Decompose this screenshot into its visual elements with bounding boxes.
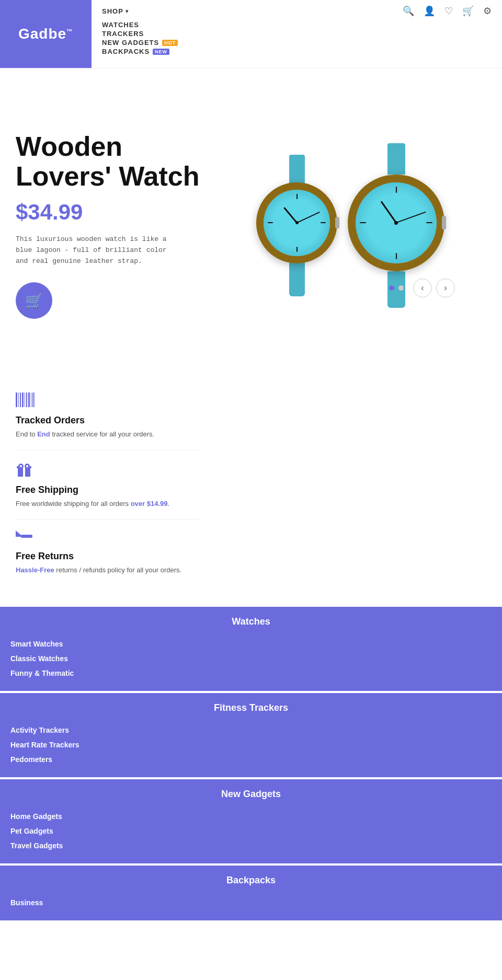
feature-free-returns: Free Returns Hassle-Free returns / refun… bbox=[16, 520, 199, 586]
category-backpacks: Backpacks Business bbox=[0, 866, 502, 920]
tracked-orders-desc: End to End tracked service for all your … bbox=[16, 429, 199, 440]
svg-rect-5 bbox=[26, 393, 27, 407]
svg-rect-18 bbox=[21, 535, 32, 538]
cart-icon[interactable]: 🛒 bbox=[462, 5, 474, 17]
logo-tm: ™ bbox=[66, 28, 73, 35]
hero-image: ‹ › bbox=[214, 143, 486, 308]
logo: Gadbe™ bbox=[18, 26, 73, 42]
barcode-icon bbox=[16, 393, 199, 411]
nav-top: SHOP ▾ 🔍 👤 ♡ 🛒 ⚙ bbox=[102, 5, 492, 17]
carousel-prev-button[interactable]: ‹ bbox=[413, 279, 432, 297]
category-gadgets-title: New Gadgets bbox=[0, 779, 502, 807]
feature-free-shipping: Free Shipping Free worldwide shipping fo… bbox=[16, 451, 199, 520]
gadgets-item-travel[interactable]: Travel Gadgets bbox=[10, 838, 492, 853]
return-arrow-icon bbox=[16, 530, 199, 547]
dot-2[interactable] bbox=[398, 285, 404, 291]
watches-item-classic[interactable]: Classic Watches bbox=[10, 651, 492, 666]
svg-rect-6 bbox=[28, 393, 30, 407]
shop-label[interactable]: SHOP ▾ bbox=[102, 7, 129, 15]
nav-link-trackers[interactable]: TRACKERS bbox=[102, 30, 492, 38]
add-to-cart-button[interactable]: 🛒 bbox=[16, 282, 52, 319]
header: Gadbe™ SHOP ▾ 🔍 👤 ♡ 🛒 ⚙ WATCHES TRACKERS… bbox=[0, 0, 502, 68]
svg-rect-0 bbox=[16, 393, 17, 407]
nav-link-backpacks[interactable]: BACKPACKS NEW bbox=[102, 48, 492, 55]
hero-title: Wooden Lovers' Watch bbox=[16, 132, 214, 191]
hero-text: Wooden Lovers' Watch $34.99 This luxurio… bbox=[16, 132, 214, 319]
svg-rect-9 bbox=[34, 393, 35, 407]
feature-tracked-orders: Tracked Orders End to End tracked servic… bbox=[16, 382, 199, 451]
free-shipping-desc: Free worldwide shipping for all orders o… bbox=[16, 499, 199, 509]
watches-item-smart[interactable]: Smart Watches bbox=[10, 637, 492, 651]
svg-rect-3 bbox=[22, 393, 24, 407]
features-section: Tracked Orders End to End tracked servic… bbox=[0, 372, 502, 607]
gift-icon bbox=[16, 461, 199, 480]
svg-point-16 bbox=[26, 465, 28, 467]
dot-1[interactable] bbox=[389, 285, 394, 291]
fitness-item-pedometers[interactable]: Pedometers bbox=[10, 752, 492, 767]
heart-icon[interactable]: ♡ bbox=[444, 5, 453, 17]
category-watches-items: Smart Watches Classic Watches Funny & Th… bbox=[0, 635, 502, 691]
hero-description: This luxurious wooden watch is like a bl… bbox=[16, 234, 173, 267]
settings-icon[interactable]: ⚙ bbox=[483, 5, 492, 17]
cart-button-icon: 🛒 bbox=[25, 292, 43, 309]
svg-rect-7 bbox=[31, 393, 31, 407]
free-shipping-title: Free Shipping bbox=[16, 485, 199, 495]
backpacks-item-business[interactable]: Business bbox=[10, 895, 492, 910]
svg-rect-12 bbox=[23, 466, 25, 477]
svg-point-15 bbox=[20, 465, 22, 467]
chevron-down-icon: ▾ bbox=[126, 8, 129, 14]
category-new-gadgets: New Gadgets Home Gadgets Pet Gadgets Tra… bbox=[0, 779, 502, 863]
category-fitness-title: Fitness Trackers bbox=[0, 693, 502, 721]
category-watches: Watches Smart Watches Classic Watches Fu… bbox=[0, 607, 502, 691]
nav-link-new-gadgets[interactable]: NEW GADGETS HOT bbox=[102, 39, 492, 47]
search-icon[interactable]: 🔍 bbox=[403, 5, 414, 17]
user-icon[interactable]: 👤 bbox=[424, 5, 435, 17]
free-returns-desc: Hassle-Free returns / refunds policy for… bbox=[16, 565, 199, 575]
nav-area: SHOP ▾ 🔍 👤 ♡ 🛒 ⚙ WATCHES TRACKERS NEW GA… bbox=[92, 0, 502, 68]
hot-badge: HOT bbox=[162, 40, 178, 46]
nav-icons: 🔍 👤 ♡ 🛒 ⚙ bbox=[403, 5, 492, 17]
category-gadgets-items: Home Gadgets Pet Gadgets Travel Gadgets bbox=[0, 807, 502, 863]
free-returns-title: Free Returns bbox=[16, 551, 199, 562]
category-fitness-trackers: Fitness Trackers Activity Trackers Heart… bbox=[0, 693, 502, 777]
gadgets-item-home[interactable]: Home Gadgets bbox=[10, 809, 492, 824]
fitness-item-heart-rate[interactable]: Heart Rate Trackers bbox=[10, 737, 492, 752]
category-backpacks-items: Business bbox=[0, 893, 502, 920]
carousel-controls: ‹ › bbox=[389, 279, 455, 297]
svg-rect-4 bbox=[25, 393, 25, 407]
watch-left bbox=[256, 155, 337, 296]
categories-area: Watches Smart Watches Classic Watches Fu… bbox=[0, 607, 502, 923]
tracked-orders-title: Tracked Orders bbox=[16, 415, 199, 426]
svg-rect-2 bbox=[20, 393, 21, 407]
logo-area: Gadbe™ bbox=[0, 0, 92, 68]
new-badge: NEW bbox=[153, 49, 169, 55]
shop-text: SHOP bbox=[102, 7, 123, 15]
category-backpacks-title: Backpacks bbox=[0, 866, 502, 893]
category-watches-title: Watches bbox=[0, 607, 502, 635]
nav-links: WATCHES TRACKERS NEW GADGETS HOT BACKPAC… bbox=[102, 21, 492, 55]
carousel-next-button[interactable]: › bbox=[436, 279, 455, 297]
fitness-item-activity[interactable]: Activity Trackers bbox=[10, 723, 492, 737]
gadgets-item-pet[interactable]: Pet Gadgets bbox=[10, 824, 492, 838]
logo-text: Gadbe bbox=[18, 26, 66, 42]
nav-link-watches[interactable]: WATCHES bbox=[102, 21, 492, 29]
watches-item-funny[interactable]: Funny & Thematic bbox=[10, 666, 492, 681]
hero-section: Wooden Lovers' Watch $34.99 This luxurio… bbox=[0, 68, 502, 372]
svg-rect-1 bbox=[18, 393, 19, 407]
category-fitness-items: Activity Trackers Heart Rate Trackers Pe… bbox=[0, 721, 502, 777]
hero-price: $34.99 bbox=[16, 200, 214, 225]
svg-rect-8 bbox=[32, 393, 33, 407]
